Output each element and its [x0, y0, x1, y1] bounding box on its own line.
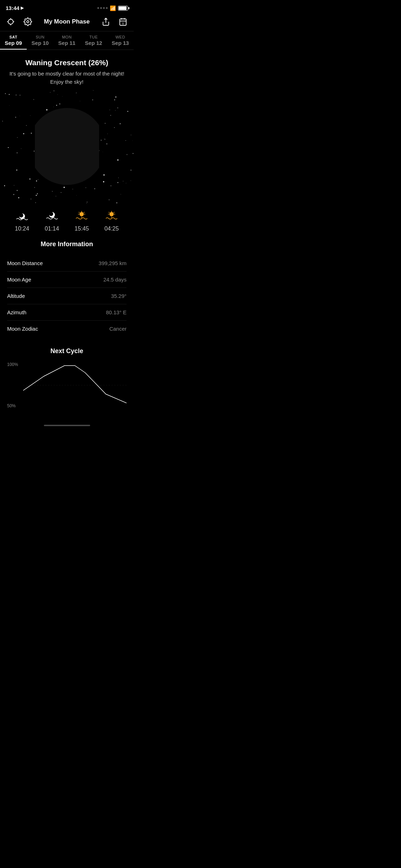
sun-rise-value: 04:25: [104, 226, 119, 232]
day-tab-tue-sep12[interactable]: TUE Sep 12: [80, 31, 107, 50]
scroll-bar: [44, 425, 90, 426]
moon-set-value: 01:14: [45, 226, 59, 232]
chart-label-100: 100%: [7, 362, 18, 367]
more-info-section: More Information Moon Distance 399,295 k…: [0, 241, 134, 337]
chart-canvas-area: [23, 362, 127, 408]
azimuth-label: Azimuth: [7, 309, 26, 315]
day-name-wed: WED: [107, 35, 134, 39]
moon-phase-image: [35, 104, 99, 189]
moon-phase-header: Waning Crescent (26%) It's going to be m…: [0, 50, 134, 89]
sun-rise-time: 04:25: [104, 211, 119, 232]
moon-phase-description: It's going to be mostly clear for most o…: [7, 70, 127, 86]
moon-age-value: 24.5 days: [103, 277, 127, 283]
moon-rise-value: 10:24: [15, 226, 29, 232]
day-name-tue: TUE: [80, 35, 107, 39]
header-right-icons: 1: [101, 17, 128, 27]
moon-distance-value: 399,295 km: [99, 260, 127, 266]
chart-label-50: 50%: [7, 403, 16, 408]
days-navigation: SAT Sep 09 SUN Sep 10 MON Sep 11 TUE Sep…: [0, 31, 134, 50]
day-date-sep10: Sep 10: [27, 40, 53, 46]
zodiac-value: Cancer: [109, 326, 127, 332]
svg-line-26: [79, 212, 79, 213]
status-right: 📶: [97, 5, 128, 11]
info-row-azimuth: Azimuth 80.13° E: [7, 304, 127, 321]
svg-point-0: [8, 19, 13, 24]
svg-point-31: [109, 212, 114, 216]
app-header: My Moon Phase 1: [0, 14, 134, 31]
battery-icon: [118, 6, 128, 11]
sun-set-icon: [75, 211, 88, 223]
next-cycle-title: Next Cycle: [7, 347, 127, 355]
moon-rise-time: 10:24: [15, 211, 29, 232]
day-name-sat: SAT: [0, 35, 27, 39]
info-row-distance: Moon Distance 399,295 km: [7, 255, 127, 272]
times-row: 10:24 01:14: [0, 203, 134, 241]
moon-distance-label: Moon Distance: [7, 260, 43, 266]
moon-set-time: 01:14: [45, 211, 59, 232]
signal-dots: [97, 7, 108, 9]
day-tab-sat-sep09[interactable]: SAT Sep 09: [0, 31, 27, 50]
moon-rise-icon: [16, 211, 29, 223]
chart-y-labels: 100% 50%: [7, 362, 18, 408]
sun-set-value: 15:45: [74, 226, 89, 232]
azimuth-value: 80.13° E: [106, 309, 127, 315]
info-row-zodiac: Moon Zodiac Cancer: [7, 321, 127, 337]
status-bar: 13:44 ▶ 📶: [0, 0, 134, 14]
svg-line-33: [114, 212, 114, 213]
day-date-sep13: Sep 13: [107, 40, 134, 46]
day-tab-sun-sep10[interactable]: SUN Sep 10: [27, 31, 53, 50]
altitude-label: Altitude: [7, 293, 25, 299]
time-display: 13:44: [6, 5, 19, 11]
share-button[interactable]: [101, 17, 111, 27]
next-cycle-chart: 100% 50%: [7, 362, 127, 419]
svg-point-5: [27, 21, 29, 23]
moon-age-label: Moon Age: [7, 277, 31, 283]
wifi-icon: 📶: [110, 5, 116, 11]
sun-set-time: 15:45: [74, 211, 89, 232]
next-cycle-section: Next Cycle 100% 50%: [0, 337, 134, 419]
info-row-altitude: Altitude 35.29°: [7, 288, 127, 304]
header-left-icons: [6, 17, 33, 27]
svg-line-25: [84, 212, 84, 213]
day-date-sep12: Sep 12: [80, 40, 107, 46]
svg-line-34: [109, 212, 109, 213]
day-date-sep11: Sep 11: [53, 40, 80, 46]
header-title: My Moon Phase: [33, 18, 101, 25]
calendar-button[interactable]: 1: [118, 17, 128, 27]
day-name-sun: SUN: [27, 35, 53, 39]
moon-set-icon: [46, 211, 58, 223]
moon-image-container: [0, 89, 134, 203]
sun-rise-icon: [105, 211, 118, 223]
altitude-value: 35.29°: [111, 293, 127, 299]
info-row-age: Moon Age 24.5 days: [7, 272, 127, 288]
crosshair-button[interactable]: [6, 17, 16, 27]
more-info-title: More Information: [7, 241, 127, 248]
status-left: 13:44 ▶: [6, 5, 24, 11]
day-date-sep09: Sep 09: [0, 40, 27, 46]
day-tab-wed-sep13[interactable]: WED Sep 13: [107, 31, 134, 50]
moon-phase-title: Waning Crescent (26%): [7, 58, 127, 67]
day-tab-mon-sep11[interactable]: MON Sep 11: [53, 31, 80, 50]
day-name-mon: MON: [53, 35, 80, 39]
svg-text:1: 1: [122, 22, 124, 25]
zodiac-label: Moon Zodiac: [7, 326, 38, 332]
settings-button[interactable]: [23, 17, 33, 27]
location-icon: ▶: [21, 6, 24, 10]
svg-point-23: [79, 212, 84, 216]
svg-point-12: [35, 108, 99, 185]
scroll-indicator: [0, 419, 134, 433]
